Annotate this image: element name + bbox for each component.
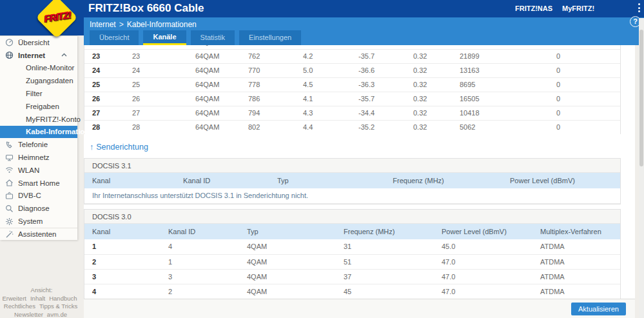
table-cell: 2: [84, 254, 161, 269]
magnifier-icon: [5, 204, 14, 213]
table-cell: 26: [124, 92, 188, 106]
docsis31-table: KanalKanal IDTypFrequenz (MHz)Power Leve…: [84, 173, 620, 204]
table-cell: ATDMA: [532, 269, 620, 284]
table-cell: 0: [549, 77, 621, 92]
table-cell: -36.6: [351, 63, 405, 77]
sidebar-item-label: Heimnetz: [18, 154, 50, 161]
smart-home-icon: [5, 179, 14, 187]
docsis30-header-row: KanalKanal IDTypFrequenz (MHz)Power Leve…: [84, 224, 620, 239]
fritznas-link[interactable]: FRITZ!NAS: [515, 5, 552, 12]
table-cell: 4: [161, 239, 239, 254]
table-cell: 0: [549, 49, 621, 63]
table-cell: 802: [240, 120, 295, 134]
table-cell: 1: [84, 239, 161, 254]
sidebar-item-zugangsdaten[interactable]: Zugangsdaten: [0, 74, 77, 87]
sidebar-item-smart-home[interactable]: Smart Home: [0, 177, 77, 190]
page-title: FRITZ!Box 6660 Cable: [88, 2, 204, 15]
refresh-button[interactable]: Aktualisieren: [571, 303, 626, 315]
table-cell: 0.32: [405, 63, 452, 77]
sidebar-item-diagnose[interactable]: Diagnose: [0, 202, 77, 215]
upstream-channel-row: 334QAM3747.0ATDMA: [84, 269, 620, 284]
sidebar-item-wlan[interactable]: WLAN: [0, 164, 77, 177]
footer-link-avmde[interactable]: avm.de: [47, 311, 67, 318]
table-cell: 47.0: [434, 269, 532, 284]
table-cell: 762: [240, 49, 295, 63]
sidebar-item-label: Übersicht: [18, 39, 50, 46]
sidebar-item-kabel-informationen[interactable]: Kabel-Informationen: [0, 126, 77, 139]
sidebar-item-dvb-c[interactable]: DVB-C: [0, 190, 77, 203]
sidebar-item-filter[interactable]: Filter: [0, 87, 77, 100]
tab-bar: Übersicht Kanäle Statistik Einstellungen: [90, 30, 301, 45]
table-cell: 4.4: [295, 120, 351, 134]
table-cell: 24: [84, 63, 124, 77]
network-icon: [5, 154, 14, 162]
tab-einstellungen[interactable]: Einstellungen: [239, 30, 301, 45]
table-cell: 4QAM: [239, 239, 336, 254]
sidebar-item-telefonie[interactable]: Telefonie: [0, 138, 77, 151]
upstream-channel-row: 214QAM5147.0ATDMA: [84, 254, 620, 269]
footer-link-inhalt[interactable]: Inhalt: [30, 295, 45, 302]
sidebar-item-freigaben[interactable]: Freigaben: [0, 100, 77, 113]
tab-kanaele[interactable]: Kanäle: [143, 30, 186, 45]
table-cell: 24: [124, 63, 188, 77]
table-cell: 27: [84, 106, 124, 120]
table-cell: -35.7: [351, 49, 405, 63]
table-cell: 51: [336, 254, 434, 269]
tab-statistik[interactable]: Statistik: [191, 30, 235, 45]
upstream-channel-row: 424QAM4547.0ATDMA: [84, 284, 620, 299]
chevron-up-icon: [61, 53, 67, 57]
scrollbar-track[interactable]: [639, 18, 644, 318]
sidebar-item-label: System: [18, 217, 43, 225]
breadcrumb: Internet>Kabel-Informationen: [90, 20, 197, 29]
table-cell: 26: [84, 92, 124, 106]
table-cell: ATDMA: [532, 239, 620, 254]
fritz-logo[interactable]: FRITZ!: [37, 0, 77, 37]
sidebar: Übersicht Internet Online-Monitor Zugang…: [0, 35, 77, 240]
table-cell: 45.0: [434, 239, 532, 254]
table-cell: -34.4: [351, 106, 405, 120]
docsis31-message: Ihr Internetanschluss unterstützt DOCSIS…: [84, 188, 620, 203]
scrollbar-thumb[interactable]: [639, 30, 643, 166]
table-cell: 4.3: [295, 106, 351, 120]
footer-link-handbuch[interactable]: Handbuch: [49, 295, 77, 302]
table-cell: 10418: [452, 106, 549, 120]
table-cell: 25: [84, 77, 124, 92]
tab-uebersicht[interactable]: Übersicht: [90, 30, 139, 45]
table-cell: 23: [124, 49, 188, 63]
breadcrumb-section[interactable]: Internet: [90, 20, 116, 29]
channel-row: 252564QAM7784.5-36.30.3286950: [84, 77, 621, 92]
column-header: Multiplex-Verfahren: [532, 224, 620, 239]
sidebar-item-label: WLAN: [18, 166, 39, 174]
table-cell: 25: [124, 77, 188, 92]
senderichtung-heading: ↑Senderichtung: [90, 143, 148, 152]
table-cell: 3: [84, 269, 161, 284]
channel-row: 282864QAM8024.4-35.20.3250620: [84, 120, 621, 134]
sidebar-item-assistenten[interactable]: Assistenten: [0, 228, 77, 241]
table-cell: 64QAM: [188, 120, 240, 134]
footer-link-rechtliches[interactable]: Rechtliches: [4, 303, 35, 310]
docsis31-section: DOCSIS 3.1 KanalKanal IDTypFrequenz (MHz…: [84, 158, 621, 204]
table-cell: 64QAM: [188, 77, 240, 92]
footer-link-newsletter[interactable]: Newsletter: [14, 311, 43, 318]
sidebar-item-uebersicht[interactable]: Übersicht: [0, 36, 77, 49]
table-cell: 786: [240, 92, 295, 106]
sidebar-item-system[interactable]: System: [0, 215, 77, 228]
docsis31-header-row: KanalKanal IDTypFrequenz (MHz)Power Leve…: [84, 173, 620, 188]
sidebar-item-online-monitor[interactable]: Online-Monitor: [0, 62, 77, 75]
sidebar-item-myfritz-konto[interactable]: MyFRITZ!-Konto: [0, 113, 77, 126]
table-cell: 4.1: [295, 92, 351, 106]
breadcrumb-separator: >: [119, 20, 124, 29]
table-cell: 3: [161, 269, 239, 284]
column-header: Kanal ID: [175, 173, 269, 188]
globe-icon: [5, 51, 14, 59]
sidebar-item-internet[interactable]: Internet: [0, 49, 77, 62]
table-cell: 37: [336, 269, 434, 284]
sidebar-item-heimnetz[interactable]: Heimnetz: [0, 151, 77, 164]
table-cell: 5.0: [295, 63, 351, 77]
table-cell: 0: [549, 63, 621, 77]
tv-icon: [5, 192, 14, 200]
kebab-menu-icon[interactable]: [636, 3, 642, 15]
footer-link-tipps[interactable]: Tipps & Tricks: [39, 303, 77, 310]
myfritz-link[interactable]: MyFRITZ!: [562, 5, 594, 12]
column-header: Frequenz (MHz): [385, 173, 502, 188]
